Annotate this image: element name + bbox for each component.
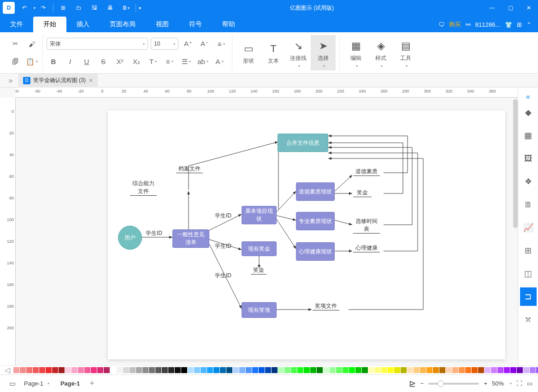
widget-icon[interactable]: ◫ [520,264,537,283]
label-moral[interactable]: 道德素质 [353,168,380,176]
color-swatch[interactable] [407,367,413,373]
color-swatch[interactable] [433,367,439,373]
page-selector[interactable]: Page-1▾ [19,380,54,387]
color-swatch[interactable] [97,367,103,373]
node-moral[interactable]: 道德素质现状 [296,182,335,201]
page[interactable]: 用户 合并文件信息 一般性意见清单 基本项目现状 现有奖金 现有奖项 道德素质现… [108,111,505,359]
fill-icon[interactable]: ◆ [520,103,537,122]
new-icon[interactable]: ⊞ [57,2,69,14]
image-icon[interactable]: 🖼 [520,149,537,168]
color-swatch[interactable] [84,367,90,373]
case-icon[interactable]: ab▾ [196,55,210,68]
color-swatch[interactable] [59,367,65,373]
undo-icon[interactable]: ↶ [18,2,30,14]
color-swatch[interactable] [426,367,432,373]
user-id[interactable]: 811286... [475,21,500,28]
color-swatch[interactable] [155,367,161,373]
color-swatch[interactable] [497,367,503,373]
color-swatch[interactable] [265,367,271,373]
color-swatch[interactable] [194,367,200,373]
highlight-icon[interactable]: A▾ [213,55,226,68]
node-merge[interactable]: 合并文件信息 [278,134,328,152]
layers-icon[interactable]: ❖ [520,172,537,191]
style-button[interactable]: ◈样式▾ [368,35,393,70]
label-bonus2[interactable]: 奖金 [353,189,372,197]
color-swatch[interactable] [233,367,239,373]
color-swatch[interactable] [220,367,226,373]
page-tab[interactable]: Page-1 [54,380,87,387]
color-swatch[interactable] [323,367,329,373]
color-swatch[interactable] [472,367,478,373]
node-award[interactable]: 现有奖项 [242,302,277,318]
copy-icon[interactable]: 🗐 [8,55,22,68]
menu-file[interactable]: 文件 [0,17,33,32]
shape-button[interactable]: ▭形状 [236,35,261,70]
color-swatch[interactable] [536,367,538,373]
color-swatch[interactable] [123,367,129,373]
color-swatch[interactable] [207,367,213,373]
label-sched[interactable]: 选修时间表 [353,217,380,234]
label-award-doc[interactable]: 奖项文件 [313,302,339,310]
color-swatch[interactable] [26,367,32,373]
subscript-icon[interactable]: X₂ [130,55,143,68]
color-swatch[interactable] [485,367,491,373]
color-swatch[interactable] [465,367,471,373]
cut-icon[interactable]: ✂ [8,37,22,50]
chart-icon[interactable]: 📈 [520,218,537,237]
node-user[interactable]: 用户 [118,226,142,250]
color-swatch[interactable] [46,367,52,373]
label-bonus[interactable]: 奖金 [251,266,266,275]
label-sid3[interactable]: 学生ID [215,242,231,250]
label-psy[interactable]: 心理健康 [353,244,380,252]
node-psy[interactable]: 心理健康现状 [296,242,335,261]
color-swatch[interactable] [181,367,187,373]
node-pro[interactable]: 专业素质现状 [296,212,335,230]
font-family-select[interactable]: 宋体▾ [47,38,148,50]
shuffle-icon[interactable]: ⤱ [520,310,537,329]
export-icon[interactable]: 🗎▾ [120,2,132,14]
bullets-icon[interactable]: ☰▾ [179,55,193,68]
color-swatch[interactable] [491,367,497,373]
color-swatch[interactable] [91,367,97,373]
active-panel-icon[interactable]: ⊐ [520,287,537,306]
zoom-value[interactable]: 50% [492,380,504,387]
close-button[interactable]: ✕ [520,0,538,16]
line-spacing-icon[interactable]: ≡▾ [163,55,177,68]
color-swatch[interactable] [343,367,349,373]
zoom-in-icon[interactable]: + [484,380,487,387]
color-swatch[interactable] [78,367,84,373]
text-button[interactable]: T文本 [261,35,286,70]
color-prev-icon[interactable]: ◁ [5,366,10,374]
menu-layout[interactable]: 页面布局 [100,17,146,32]
color-swatch[interactable] [530,367,536,373]
color-swatch[interactable] [381,367,387,373]
page-nav-icon[interactable]: ▭ [6,377,19,390]
color-swatch[interactable] [162,367,168,373]
color-swatch[interactable] [71,367,77,373]
scrollbar-vertical[interactable] [513,99,518,228]
color-swatch[interactable] [246,367,252,373]
tshirt-icon[interactable]: 👕 [505,21,512,28]
zoom-out-icon[interactable]: − [420,380,424,387]
feedback-icon[interactable]: 🗨 [438,21,444,28]
color-swatch[interactable] [130,367,136,373]
node-general[interactable]: 一般性意见清单 [172,229,209,248]
color-swatch[interactable] [252,367,258,373]
color-swatch[interactable] [272,367,278,373]
color-swatch[interactable] [478,367,484,373]
font-decrease-icon[interactable]: A⁻ [198,37,212,50]
color-swatch[interactable] [201,367,207,373]
color-swatch[interactable] [52,367,58,373]
color-swatch[interactable] [317,367,323,373]
zoom-slider[interactable] [428,383,479,385]
tabs-expand-icon[interactable]: » [3,74,18,88]
node-basic[interactable]: 基本项目现状 [242,206,277,224]
connector-button[interactable]: ↘连接线▾ [286,35,311,70]
color-swatch[interactable] [213,367,219,373]
color-swatch[interactable] [226,367,232,373]
tab-close-icon[interactable]: ✕ [89,77,93,84]
color-swatch[interactable] [459,367,465,373]
color-swatch[interactable] [142,367,148,373]
fit-icon[interactable]: ⛶ [516,380,522,387]
color-swatch[interactable] [388,367,394,373]
